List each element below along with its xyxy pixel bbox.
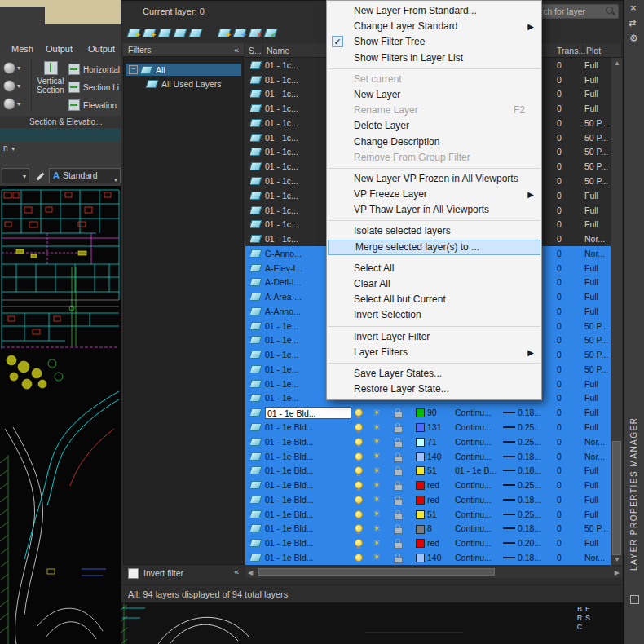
layer-lock-icon[interactable] xyxy=(394,550,403,565)
menu-item-invert-layer-filter[interactable]: Invert Layer Filter xyxy=(327,329,541,345)
menu-item-show-filter-tree[interactable]: ✓Show Filter Tree xyxy=(327,34,541,50)
layer-freeze-icon[interactable]: ☀ xyxy=(373,420,381,434)
layer-on-icon[interactable] xyxy=(355,478,363,492)
vertical-section-button[interactable]: Vertical Section xyxy=(33,59,68,114)
layer-lock-icon[interactable] xyxy=(394,536,403,550)
layer-freeze-icon[interactable]: ☀ xyxy=(373,492,381,507)
layer-on-icon[interactable] xyxy=(355,434,363,449)
layer-row[interactable]: 01 - 1e Bld...☀51Continu...0.25...0Full xyxy=(245,507,611,522)
vertical-scrollbar[interactable]: ▲ ▼ xyxy=(611,58,622,565)
ribbon-tool-icon-1[interactable]: ▾ xyxy=(3,60,29,75)
layer-on-icon[interactable] xyxy=(355,405,363,420)
invert-filter-checkbox[interactable] xyxy=(128,568,139,579)
scroll-down-icon[interactable]: ▼ xyxy=(614,556,620,563)
scrollbar-thumb[interactable] xyxy=(258,568,495,576)
menu-item-vp-thaw-layer-in-all-viewports[interactable]: VP Thaw Layer in All Viewports xyxy=(327,202,541,218)
new-property-filter-icon[interactable]: + xyxy=(126,25,140,38)
layer-freeze-icon[interactable]: ☀ xyxy=(373,507,381,522)
menu-item-save-layer-states[interactable]: Save Layer States... xyxy=(327,366,541,382)
scroll-up-icon[interactable]: ▲ xyxy=(614,60,620,67)
layer-color-swatch[interactable] xyxy=(416,408,425,417)
layer-color-swatch[interactable] xyxy=(416,539,425,548)
layer-on-icon[interactable] xyxy=(355,463,363,478)
ribbon-tab-output-2[interactable]: Output xyxy=(88,44,115,54)
layer-freeze-icon[interactable]: ☀ xyxy=(373,536,381,550)
layer-color-swatch[interactable] xyxy=(416,466,425,475)
menu-item-new-layer-vp-frozen-in-all-viewports[interactable]: New Layer VP Frozen in All Viewports xyxy=(327,171,541,187)
menu-item-change-description[interactable]: Change Description xyxy=(327,135,541,150)
filter-item-all[interactable]: − All xyxy=(126,64,241,76)
layer-row[interactable]: 01 - 1e Bld...☀5101 - 1e B...0.18...0Ful… xyxy=(245,463,611,478)
scrollbar-thumb[interactable] xyxy=(612,441,621,555)
scroll-left-icon[interactable]: ◀ xyxy=(248,569,253,576)
layer-row[interactable]: 01 - 1e Bld...☀redContinu...0.18...0Full xyxy=(245,492,611,507)
layer-lock-icon[interactable] xyxy=(394,507,403,522)
layer-key-overrides-icon[interactable] xyxy=(188,25,202,38)
layer-freeze-icon[interactable]: ☀ xyxy=(373,434,381,449)
tree-collapse-icon[interactable]: − xyxy=(129,65,138,74)
horizontal-scrollbar[interactable]: ◀ ▶ xyxy=(245,567,622,578)
menu-item-show-filters-in-layer-list[interactable]: Show Filters in Layer List xyxy=(327,51,541,66)
clipped-panel-text[interactable]: n ▾ xyxy=(3,143,15,152)
new-layer-vp-frozen-icon[interactable]: + xyxy=(232,25,246,38)
collapse-filters-icon[interactable]: « xyxy=(234,567,239,576)
menu-item-remove-from-group-filter[interactable]: Remove From Group Filter xyxy=(327,150,541,165)
layer-on-icon[interactable] xyxy=(355,492,363,507)
menu-item-new-layer-from-standard[interactable]: New Layer From Standard... xyxy=(327,3,541,19)
menu-item-vp-freeze-layer[interactable]: VP Freeze Layer▶ xyxy=(327,187,541,202)
layer-row[interactable]: 01 - 1e Bld...☀140Continu...0.18...0Nor.… xyxy=(245,449,611,464)
filter-item-all-used-layers[interactable]: All Used Layers xyxy=(147,77,241,90)
layer-row[interactable]: 01 - 1e Bld...☀8Continu...0.18...050 P..… xyxy=(245,522,611,536)
properties-gear-icon[interactable]: ⚙ xyxy=(629,33,638,44)
layer-on-icon[interactable] xyxy=(355,420,363,434)
menu-item-invert-selection[interactable]: Invert Selection xyxy=(327,307,541,323)
layer-on-icon[interactable] xyxy=(355,536,363,550)
column-header-transparency[interactable]: Trans... xyxy=(554,43,583,57)
layer-lock-icon[interactable] xyxy=(394,492,403,507)
palettes-icon[interactable] xyxy=(630,595,639,604)
menu-item-restore-layer-state[interactable]: Restore Layer State... xyxy=(327,382,541,397)
menu-item-new-layer[interactable]: New Layer xyxy=(327,87,541,103)
layer-color-swatch[interactable] xyxy=(416,554,425,562)
menu-item-isolate-selected-layers[interactable]: Isolate selected layers xyxy=(327,223,541,239)
collapse-filters-icon[interactable]: « xyxy=(234,43,239,56)
auto-hide-icon[interactable]: ⇄ xyxy=(629,18,636,29)
layer-freeze-icon[interactable]: ☀ xyxy=(373,550,381,565)
column-header-plot[interactable]: Plot xyxy=(583,43,622,57)
layer-freeze-icon[interactable]: ☀ xyxy=(373,522,381,536)
menu-item-set-current[interactable]: Set current xyxy=(327,72,541,87)
menu-item-clear-all[interactable]: Clear All xyxy=(327,276,541,292)
new-layer-icon[interactable]: + xyxy=(217,25,231,38)
layer-row[interactable]: 01 - 1e Bld...☀71Continu...0.25...0Nor..… xyxy=(245,434,611,449)
layer-lock-icon[interactable] xyxy=(394,463,403,478)
layer-lock-icon[interactable] xyxy=(394,478,403,492)
menu-item-select-all-but-current[interactable]: Select All but Current xyxy=(327,292,541,307)
layer-color-swatch[interactable] xyxy=(416,438,425,447)
elevation-button[interactable]: Elevation xyxy=(68,96,121,114)
column-header-status[interactable]: S... xyxy=(245,43,263,57)
set-current-icon[interactable]: ✓ xyxy=(263,25,277,38)
layer-lock-icon[interactable] xyxy=(394,405,403,420)
layer-lock-icon[interactable] xyxy=(394,449,403,464)
layer-row[interactable]: 01 - 1e Bld...☀redContinu...0.20...0Full xyxy=(245,536,611,550)
layer-color-swatch[interactable] xyxy=(416,452,425,461)
search-icon[interactable] xyxy=(606,7,615,16)
layer-on-icon[interactable] xyxy=(355,550,363,565)
layer-freeze-icon[interactable]: ☀ xyxy=(373,449,381,464)
layer-color-swatch[interactable] xyxy=(416,525,425,534)
delete-layer-icon[interactable]: × xyxy=(248,25,262,38)
ribbon-tool-icon-3[interactable]: ▾ xyxy=(3,96,29,111)
scroll-right-icon[interactable]: ▶ xyxy=(615,569,620,576)
text-style-combo[interactable]: AStandard ▾ xyxy=(49,168,121,183)
menu-item-rename-layer[interactable]: Rename LayerF2 xyxy=(327,103,541,118)
section-line-button[interactable]: Section Li xyxy=(68,78,121,96)
layer-lock-icon[interactable] xyxy=(394,420,403,434)
layer-color-swatch[interactable] xyxy=(416,481,425,490)
layer-freeze-icon[interactable]: ☀ xyxy=(373,478,381,492)
ribbon-tab-mesh[interactable]: Mesh xyxy=(11,44,33,54)
horizontal-section-button[interactable]: Horizontal xyxy=(68,60,121,78)
layer-freeze-icon[interactable]: ☀ xyxy=(373,405,381,420)
layer-row[interactable]: 01 - 1e Bld...☀131Continu...0.25...0Full xyxy=(245,420,611,434)
layer-color-swatch[interactable] xyxy=(416,496,425,505)
edit-style-icon[interactable] xyxy=(34,170,47,182)
